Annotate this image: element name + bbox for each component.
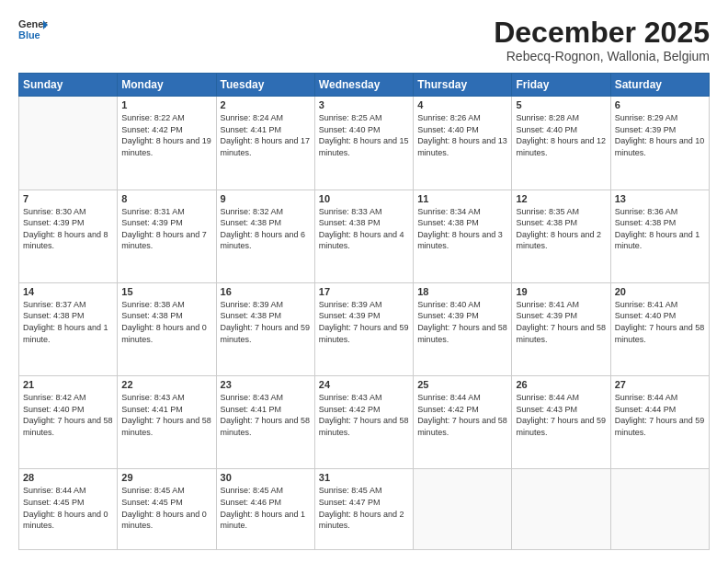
table-row: 25Sunrise: 8:44 AMSunset: 4:42 PMDayligh… xyxy=(414,376,512,469)
calendar-week-row: 21Sunrise: 8:42 AMSunset: 4:40 PMDayligh… xyxy=(19,376,710,469)
day-number: 29 xyxy=(121,472,211,483)
table-row: 20Sunrise: 8:41 AMSunset: 4:40 PMDayligh… xyxy=(610,282,709,375)
table-row: 6Sunrise: 8:29 AMSunset: 4:39 PMDaylight… xyxy=(610,97,709,190)
cell-sun-info: Sunrise: 8:45 AMSunset: 4:47 PMDaylight:… xyxy=(319,485,409,531)
cell-sun-info: Sunrise: 8:35 AMSunset: 4:38 PMDaylight:… xyxy=(516,206,606,252)
cell-sun-info: Sunrise: 8:41 AMSunset: 4:40 PMDaylight:… xyxy=(615,299,705,345)
table-row: 12Sunrise: 8:35 AMSunset: 4:38 PMDayligh… xyxy=(512,190,610,282)
cell-sun-info: Sunrise: 8:36 AMSunset: 4:38 PMDaylight:… xyxy=(615,206,705,252)
calendar-week-row: 1Sunrise: 8:22 AMSunset: 4:42 PMDaylight… xyxy=(19,97,710,190)
table-row: 26Sunrise: 8:44 AMSunset: 4:43 PMDayligh… xyxy=(512,376,610,469)
table-row: 28Sunrise: 8:44 AMSunset: 4:45 PMDayligh… xyxy=(19,469,118,550)
cell-sun-info: Sunrise: 8:30 AMSunset: 4:39 PMDaylight:… xyxy=(23,206,113,252)
cell-sun-info: Sunrise: 8:31 AMSunset: 4:39 PMDaylight:… xyxy=(121,206,211,252)
header: General Blue December 2025 Rebecq-Rognon… xyxy=(18,17,710,63)
table-row: 29Sunrise: 8:45 AMSunset: 4:45 PMDayligh… xyxy=(118,469,216,550)
table-row: 14Sunrise: 8:37 AMSunset: 4:38 PMDayligh… xyxy=(19,282,118,375)
table-row: 30Sunrise: 8:45 AMSunset: 4:46 PMDayligh… xyxy=(216,469,314,550)
day-number: 19 xyxy=(516,286,606,297)
cell-sun-info: Sunrise: 8:34 AMSunset: 4:38 PMDaylight:… xyxy=(417,206,507,252)
table-row: 24Sunrise: 8:43 AMSunset: 4:42 PMDayligh… xyxy=(314,376,413,469)
day-number: 28 xyxy=(23,472,113,483)
table-row xyxy=(414,469,512,550)
day-number: 8 xyxy=(121,193,211,204)
day-number: 9 xyxy=(221,193,311,204)
cell-sun-info: Sunrise: 8:25 AMSunset: 4:40 PMDaylight:… xyxy=(319,112,409,158)
table-row: 16Sunrise: 8:39 AMSunset: 4:38 PMDayligh… xyxy=(216,282,314,375)
table-row xyxy=(512,469,610,550)
table-row: 15Sunrise: 8:38 AMSunset: 4:38 PMDayligh… xyxy=(118,282,216,375)
day-number: 26 xyxy=(516,379,606,390)
cell-sun-info: Sunrise: 8:43 AMSunset: 4:41 PMDaylight:… xyxy=(121,392,211,438)
day-number: 24 xyxy=(319,379,409,390)
day-number: 13 xyxy=(615,193,705,204)
day-number: 2 xyxy=(221,99,311,110)
day-number: 4 xyxy=(417,99,507,110)
table-row: 1Sunrise: 8:22 AMSunset: 4:42 PMDaylight… xyxy=(118,97,216,190)
cell-sun-info: Sunrise: 8:24 AMSunset: 4:41 PMDaylight:… xyxy=(221,112,311,158)
cell-sun-info: Sunrise: 8:42 AMSunset: 4:40 PMDaylight:… xyxy=(23,392,113,438)
col-tuesday: Tuesday xyxy=(216,74,314,97)
col-monday: Monday xyxy=(118,74,216,97)
cell-sun-info: Sunrise: 8:45 AMSunset: 4:46 PMDaylight:… xyxy=(221,485,311,531)
table-row: 31Sunrise: 8:45 AMSunset: 4:47 PMDayligh… xyxy=(314,469,413,550)
table-row: 23Sunrise: 8:43 AMSunset: 4:41 PMDayligh… xyxy=(216,376,314,469)
day-number: 22 xyxy=(121,379,211,390)
table-row xyxy=(610,469,709,550)
day-number: 21 xyxy=(23,379,113,390)
day-number: 30 xyxy=(221,472,311,483)
table-row: 9Sunrise: 8:32 AMSunset: 4:38 PMDaylight… xyxy=(216,190,314,282)
col-sunday: Sunday xyxy=(19,74,118,97)
col-saturday: Saturday xyxy=(610,74,709,97)
day-number: 23 xyxy=(221,379,311,390)
day-number: 18 xyxy=(417,286,507,297)
col-friday: Friday xyxy=(512,74,610,97)
day-number: 20 xyxy=(615,286,705,297)
cell-sun-info: Sunrise: 8:43 AMSunset: 4:42 PMDaylight:… xyxy=(319,392,409,438)
day-number: 14 xyxy=(23,286,113,297)
table-row: 10Sunrise: 8:33 AMSunset: 4:38 PMDayligh… xyxy=(314,190,413,282)
cell-sun-info: Sunrise: 8:44 AMSunset: 4:45 PMDaylight:… xyxy=(23,485,113,531)
table-row: 27Sunrise: 8:44 AMSunset: 4:44 PMDayligh… xyxy=(610,376,709,469)
day-number: 25 xyxy=(417,379,507,390)
cell-sun-info: Sunrise: 8:37 AMSunset: 4:38 PMDaylight:… xyxy=(23,299,113,345)
day-number: 6 xyxy=(615,99,705,110)
cell-sun-info: Sunrise: 8:41 AMSunset: 4:39 PMDaylight:… xyxy=(516,299,606,345)
table-row: 11Sunrise: 8:34 AMSunset: 4:38 PMDayligh… xyxy=(414,190,512,282)
table-row: 7Sunrise: 8:30 AMSunset: 4:39 PMDaylight… xyxy=(19,190,118,282)
day-number: 5 xyxy=(516,99,606,110)
month-title: December 2025 xyxy=(494,17,710,49)
logo: General Blue xyxy=(18,17,48,42)
table-row: 13Sunrise: 8:36 AMSunset: 4:38 PMDayligh… xyxy=(610,190,709,282)
logo-icon: General Blue xyxy=(18,17,48,42)
cell-sun-info: Sunrise: 8:38 AMSunset: 4:38 PMDaylight:… xyxy=(121,299,211,345)
calendar-week-row: 28Sunrise: 8:44 AMSunset: 4:45 PMDayligh… xyxy=(19,469,710,550)
cell-sun-info: Sunrise: 8:32 AMSunset: 4:38 PMDaylight:… xyxy=(221,206,311,252)
cell-sun-info: Sunrise: 8:33 AMSunset: 4:38 PMDaylight:… xyxy=(319,206,409,252)
day-number: 12 xyxy=(516,193,606,204)
cell-sun-info: Sunrise: 8:39 AMSunset: 4:39 PMDaylight:… xyxy=(319,299,409,345)
table-row: 17Sunrise: 8:39 AMSunset: 4:39 PMDayligh… xyxy=(314,282,413,375)
cell-sun-info: Sunrise: 8:28 AMSunset: 4:40 PMDaylight:… xyxy=(516,112,606,158)
day-number: 27 xyxy=(615,379,705,390)
title-area: December 2025 Rebecq-Rognon, Wallonia, B… xyxy=(494,17,710,63)
table-row: 5Sunrise: 8:28 AMSunset: 4:40 PMDaylight… xyxy=(512,97,610,190)
table-row: 19Sunrise: 8:41 AMSunset: 4:39 PMDayligh… xyxy=(512,282,610,375)
day-number: 17 xyxy=(319,286,409,297)
cell-sun-info: Sunrise: 8:44 AMSunset: 4:43 PMDaylight:… xyxy=(516,392,606,438)
calendar-table: Sunday Monday Tuesday Wednesday Thursday… xyxy=(18,73,710,550)
cell-sun-info: Sunrise: 8:29 AMSunset: 4:39 PMDaylight:… xyxy=(615,112,705,158)
table-row: 21Sunrise: 8:42 AMSunset: 4:40 PMDayligh… xyxy=(19,376,118,469)
col-wednesday: Wednesday xyxy=(314,74,413,97)
day-number: 10 xyxy=(319,193,409,204)
day-number: 3 xyxy=(319,99,409,110)
calendar-week-row: 7Sunrise: 8:30 AMSunset: 4:39 PMDaylight… xyxy=(19,190,710,282)
col-thursday: Thursday xyxy=(414,74,512,97)
table-row: 4Sunrise: 8:26 AMSunset: 4:40 PMDaylight… xyxy=(414,97,512,190)
day-number: 31 xyxy=(319,472,409,483)
table-row: 22Sunrise: 8:43 AMSunset: 4:41 PMDayligh… xyxy=(118,376,216,469)
day-number: 15 xyxy=(121,286,211,297)
cell-sun-info: Sunrise: 8:40 AMSunset: 4:39 PMDaylight:… xyxy=(417,299,507,345)
svg-text:Blue: Blue xyxy=(18,29,40,40)
cell-sun-info: Sunrise: 8:44 AMSunset: 4:42 PMDaylight:… xyxy=(417,392,507,438)
